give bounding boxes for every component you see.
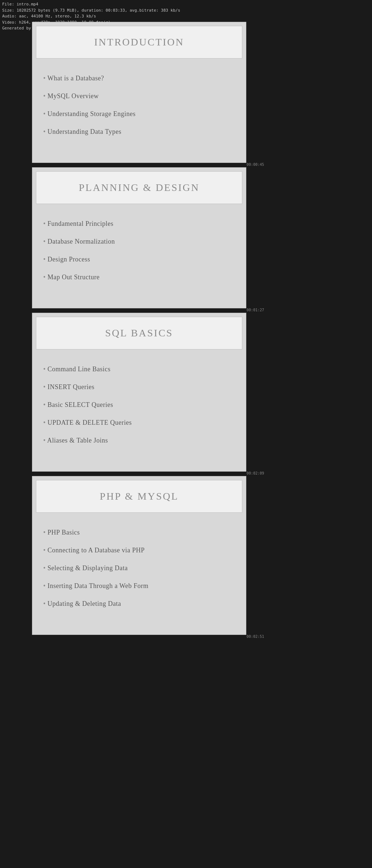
section-title-introduction: INTRODUCTION [44, 36, 235, 48]
section-item-php-mysql-2: Selecting & Displaying Data [43, 559, 235, 577]
section-item-php-mysql-0: PHP Basics [43, 524, 235, 541]
section-item-php-mysql-3: Inserting Data Through a Web Form [43, 577, 235, 595]
section-card-sql-basics: SQL BASICSCommand Line BasicsINSERT Quer… [32, 313, 246, 472]
section-item-sql-basics-1: INSERT Queries [43, 378, 235, 396]
section-header-introduction: INTRODUCTION [36, 26, 242, 59]
section-header-php-mysql: PHP & MYSQL [36, 480, 242, 513]
section-item-introduction-3: Understanding Data Types [43, 123, 235, 141]
file-info-line1: File: intro.mp4 [2, 1, 180, 8]
section-items-php-mysql: PHP BasicsConnecting to A Database via P… [32, 516, 246, 635]
section-card-planning-design: PLANNING & DESIGNFundamental PrinciplesD… [32, 167, 246, 308]
file-info-line2: Size: 10202572 bytes (9.73 MiB), duratio… [2, 8, 180, 14]
section-header-sql-basics: SQL BASICS [36, 317, 242, 349]
section-item-sql-basics-4: Aliases & Table Joins [43, 432, 235, 449]
section-title-php-mysql: PHP & MYSQL [44, 491, 235, 502]
main-container: INTRODUCTIONWhat is a Database?MySQL Ove… [32, 22, 246, 639]
section-card-php-mysql: PHP & MYSQLPHP BasicsConnecting to A Dat… [32, 476, 246, 635]
section-item-sql-basics-0: Command Line Basics [43, 360, 235, 378]
section-items-sql-basics: Command Line BasicsINSERT QueriesBasic S… [32, 353, 246, 471]
timestamp-php-mysql: 00:02:51 [247, 635, 264, 639]
section-item-sql-basics-3: UPDATE & DELETE Queries [43, 414, 235, 432]
section-item-planning-design-0: Fundamental Principles [43, 215, 235, 233]
timestamp-planning-design: 00:01:27 [247, 308, 264, 312]
section-item-planning-design-1: Database Normalization [43, 233, 235, 251]
section-header-planning-design: PLANNING & DESIGN [36, 171, 242, 204]
section-title-planning-design: PLANNING & DESIGN [44, 182, 235, 193]
section-item-introduction-1: MySQL Overview [43, 87, 235, 105]
section-item-php-mysql-1: Connecting to A Database via PHP [43, 541, 235, 559]
section-title-sql-basics: SQL BASICS [44, 327, 235, 339]
section-item-php-mysql-4: Updating & Deleting Data [43, 595, 235, 613]
section-item-planning-design-2: Design Process [43, 251, 235, 268]
timestamp-sql-basics: 00:02:09 [247, 471, 264, 475]
file-info-line3: Audio: aac, 44100 Hz, stereo, 12.3 kb/s [2, 13, 180, 20]
timestamp-introduction: 00:00:45 [247, 163, 264, 167]
section-items-introduction: What is a Database?MySQL OverviewUnderst… [32, 62, 246, 163]
section-item-introduction-0: What is a Database? [43, 69, 235, 87]
section-items-planning-design: Fundamental PrinciplesDatabase Normaliza… [32, 208, 246, 308]
section-item-planning-design-3: Map Out Structure [43, 268, 235, 286]
section-card-introduction: INTRODUCTIONWhat is a Database?MySQL Ove… [32, 22, 246, 163]
section-item-sql-basics-2: Basic SELECT Queries [43, 396, 235, 414]
section-item-introduction-2: Understanding Storage Engines [43, 105, 235, 123]
